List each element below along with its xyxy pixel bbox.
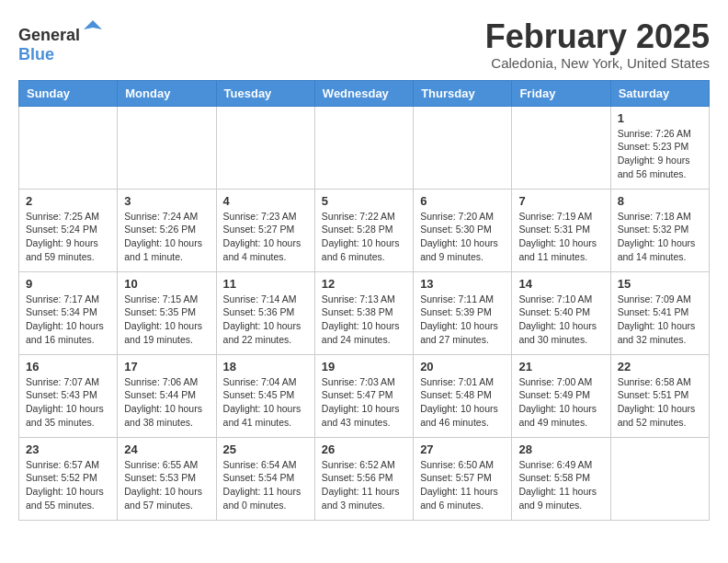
day-number: 6	[420, 194, 505, 208]
day-info: Sunrise: 7:15 AMSunset: 5:35 PMDaylight:…	[124, 293, 209, 347]
day-number: 25	[223, 442, 308, 456]
calendar-header-wednesday: Wednesday	[314, 80, 413, 106]
calendar-cell: 13Sunrise: 7:11 AMSunset: 5:39 PMDayligh…	[414, 271, 512, 354]
day-info: Sunrise: 7:01 AMSunset: 5:48 PMDaylight:…	[420, 375, 505, 430]
day-info: Sunrise: 6:54 AMSunset: 5:54 PMDaylight:…	[223, 458, 308, 512]
calendar-cell	[216, 106, 314, 189]
calendar-cell: 24Sunrise: 6:55 AMSunset: 5:53 PMDayligh…	[118, 437, 216, 520]
day-number: 22	[618, 360, 702, 373]
calendar-cell: 23Sunrise: 6:57 AMSunset: 5:52 PMDayligh…	[19, 437, 118, 520]
calendar-cell: 16Sunrise: 7:07 AMSunset: 5:43 PMDayligh…	[19, 354, 118, 437]
calendar-cell: 26Sunrise: 6:52 AMSunset: 5:56 PMDayligh…	[314, 437, 413, 520]
calendar-cell: 25Sunrise: 6:54 AMSunset: 5:54 PMDayligh…	[216, 437, 314, 520]
calendar-cell: 14Sunrise: 7:10 AMSunset: 5:40 PMDayligh…	[512, 271, 610, 354]
day-number: 4	[223, 194, 308, 208]
day-number: 2	[26, 194, 110, 208]
day-number: 7	[518, 194, 603, 208]
day-info: Sunrise: 7:17 AMSunset: 5:34 PMDaylight:…	[26, 293, 110, 347]
calendar-cell	[512, 106, 610, 189]
week-row-5: 23Sunrise: 6:57 AMSunset: 5:52 PMDayligh…	[19, 437, 710, 520]
day-info: Sunrise: 7:03 AMSunset: 5:47 PMDaylight:…	[322, 375, 406, 430]
day-info: Sunrise: 7:23 AMSunset: 5:27 PMDaylight:…	[223, 210, 308, 264]
day-info: Sunrise: 7:11 AMSunset: 5:39 PMDaylight:…	[420, 293, 505, 347]
calendar-header-row: SundayMondayTuesdayWednesdayThursdayFrid…	[19, 80, 710, 106]
day-info: Sunrise: 7:09 AMSunset: 5:41 PMDaylight:…	[618, 293, 702, 347]
calendar-cell: 20Sunrise: 7:01 AMSunset: 5:48 PMDayligh…	[414, 354, 512, 437]
day-number: 11	[223, 277, 308, 291]
day-number: 14	[518, 277, 603, 291]
week-row-1: 1Sunrise: 7:26 AMSunset: 5:23 PMDaylight…	[19, 106, 710, 189]
day-info: Sunrise: 6:57 AMSunset: 5:52 PMDaylight:…	[26, 458, 110, 512]
calendar-header-monday: Monday	[118, 80, 216, 106]
calendar-cell: 21Sunrise: 7:00 AMSunset: 5:49 PMDayligh…	[512, 354, 610, 437]
calendar-cell: 8Sunrise: 7:18 AMSunset: 5:32 PMDaylight…	[610, 189, 709, 271]
day-info: Sunrise: 7:06 AMSunset: 5:44 PMDaylight:…	[124, 375, 209, 430]
day-info: Sunrise: 7:20 AMSunset: 5:30 PMDaylight:…	[420, 210, 505, 264]
day-number: 5	[322, 194, 406, 208]
day-info: Sunrise: 7:22 AMSunset: 5:28 PMDaylight:…	[322, 210, 406, 264]
day-info: Sunrise: 7:24 AMSunset: 5:26 PMDaylight:…	[124, 210, 209, 264]
day-number: 18	[223, 360, 308, 373]
day-number: 20	[420, 360, 505, 373]
calendar-cell: 9Sunrise: 7:17 AMSunset: 5:34 PMDaylight…	[19, 271, 118, 354]
calendar-cell: 6Sunrise: 7:20 AMSunset: 5:30 PMDaylight…	[414, 189, 512, 271]
logo-blue: Blue	[18, 45, 54, 63]
day-number: 21	[518, 360, 603, 373]
day-info: Sunrise: 7:13 AMSunset: 5:38 PMDaylight:…	[322, 293, 406, 347]
calendar-cell: 3Sunrise: 7:24 AMSunset: 5:26 PMDaylight…	[118, 189, 216, 271]
day-info: Sunrise: 6:58 AMSunset: 5:51 PMDaylight:…	[618, 375, 702, 430]
title-area: February 2025 Caledonia, New York, Unite…	[485, 18, 710, 71]
day-number: 12	[322, 277, 406, 291]
logo: General Blue	[18, 18, 104, 64]
calendar-cell: 12Sunrise: 7:13 AMSunset: 5:38 PMDayligh…	[314, 271, 413, 354]
day-number: 10	[124, 277, 209, 291]
calendar-cell: 22Sunrise: 6:58 AMSunset: 5:51 PMDayligh…	[610, 354, 709, 437]
day-number: 19	[322, 360, 406, 373]
calendar-cell: 18Sunrise: 7:04 AMSunset: 5:45 PMDayligh…	[216, 354, 314, 437]
calendar-cell: 10Sunrise: 7:15 AMSunset: 5:35 PMDayligh…	[118, 271, 216, 354]
calendar-cell: 7Sunrise: 7:19 AMSunset: 5:31 PMDaylight…	[512, 189, 610, 271]
day-info: Sunrise: 6:55 AMSunset: 5:53 PMDaylight:…	[124, 458, 209, 512]
day-info: Sunrise: 7:26 AMSunset: 5:23 PMDaylight:…	[618, 127, 702, 181]
day-info: Sunrise: 7:14 AMSunset: 5:36 PMDaylight:…	[223, 293, 308, 347]
day-number: 27	[420, 442, 505, 456]
day-info: Sunrise: 7:19 AMSunset: 5:31 PMDaylight:…	[518, 210, 603, 264]
day-info: Sunrise: 6:49 AMSunset: 5:58 PMDaylight:…	[518, 458, 603, 512]
calendar-cell: 5Sunrise: 7:22 AMSunset: 5:28 PMDaylight…	[314, 189, 413, 271]
calendar-cell	[118, 106, 216, 189]
svg-marker-0	[84, 20, 102, 29]
calendar-cell: 15Sunrise: 7:09 AMSunset: 5:41 PMDayligh…	[610, 271, 709, 354]
calendar-header-thursday: Thursday	[414, 80, 512, 106]
calendar-cell: 11Sunrise: 7:14 AMSunset: 5:36 PMDayligh…	[216, 271, 314, 354]
week-row-2: 2Sunrise: 7:25 AMSunset: 5:24 PMDaylight…	[19, 189, 710, 271]
page-header: General Blue February 2025 Caledonia, Ne…	[18, 18, 710, 71]
day-number: 24	[124, 442, 209, 456]
location: Caledonia, New York, United States	[485, 55, 710, 71]
day-info: Sunrise: 7:25 AMSunset: 5:24 PMDaylight:…	[26, 210, 110, 264]
day-number: 28	[518, 442, 603, 456]
calendar-table: SundayMondayTuesdayWednesdayThursdayFrid…	[18, 80, 710, 521]
calendar-cell	[314, 106, 413, 189]
logo-icon	[82, 18, 104, 40]
calendar-cell: 17Sunrise: 7:06 AMSunset: 5:44 PMDayligh…	[118, 354, 216, 437]
day-number: 16	[26, 360, 110, 373]
calendar-header-tuesday: Tuesday	[216, 80, 314, 106]
day-number: 3	[124, 194, 209, 208]
calendar-cell	[610, 437, 709, 520]
day-number: 9	[26, 277, 110, 291]
day-number: 17	[124, 360, 209, 373]
day-number: 8	[618, 194, 702, 208]
calendar-cell	[414, 106, 512, 189]
month-title: February 2025	[485, 18, 710, 55]
logo-general: General	[18, 26, 80, 44]
week-row-4: 16Sunrise: 7:07 AMSunset: 5:43 PMDayligh…	[19, 354, 710, 437]
day-info: Sunrise: 7:00 AMSunset: 5:49 PMDaylight:…	[518, 375, 603, 430]
day-number: 13	[420, 277, 505, 291]
calendar-header-saturday: Saturday	[610, 80, 709, 106]
calendar-cell: 28Sunrise: 6:49 AMSunset: 5:58 PMDayligh…	[512, 437, 610, 520]
day-info: Sunrise: 7:10 AMSunset: 5:40 PMDaylight:…	[518, 293, 603, 347]
day-number: 23	[26, 442, 110, 456]
calendar-cell	[19, 106, 118, 189]
calendar-cell: 1Sunrise: 7:26 AMSunset: 5:23 PMDaylight…	[610, 106, 709, 189]
day-number: 15	[618, 277, 702, 291]
